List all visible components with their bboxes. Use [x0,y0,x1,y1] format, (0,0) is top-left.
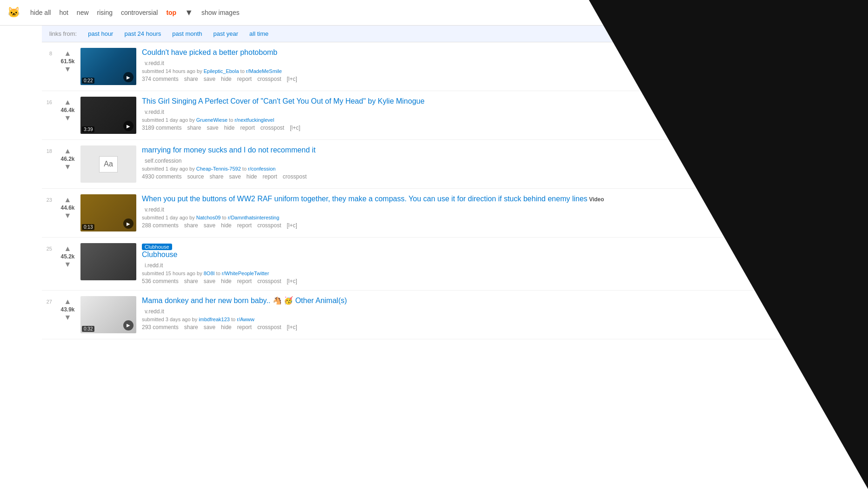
post-author[interactable]: 8O8I [204,271,215,276]
post-author[interactable]: GrueneWiese [196,117,227,123]
crosspost-button[interactable]: crosspost [257,324,281,330]
post-title[interactable]: Mama donkey and her new born baby.. 🐴 🥳 … [142,296,826,306]
upvote-button[interactable]: ▲ [64,245,72,252]
hide-button[interactable]: hide [221,76,232,82]
filter-past-hour[interactable]: past hour [88,30,113,37]
post-subreddit[interactable]: r/MadeMeSmile [246,68,282,74]
post-subreddit[interactable]: r/confession [248,166,275,172]
comments-link[interactable]: 3189 comments [142,125,181,131]
hide-button[interactable]: hide [221,278,232,284]
share-button[interactable]: share [184,278,198,284]
play-button[interactable]: ▶ [123,121,134,131]
nav-top[interactable]: top [166,9,176,16]
post-thumbnail[interactable]: ▶0:32 [80,296,136,333]
report-button[interactable]: report [237,278,252,284]
post-subreddit[interactable]: r/Damnthatsinteresting [228,215,280,220]
report-button[interactable]: report [237,324,252,330]
crosspost-button[interactable]: crosspost [257,278,281,284]
post-domain[interactable]: v.redd.it [145,206,164,213]
comments-link[interactable]: 4930 comments [142,173,181,180]
upvote-button[interactable]: ▲ [64,147,72,155]
source-button[interactable]: source [187,173,204,180]
save-button[interactable]: save [229,173,240,180]
comments-link[interactable]: 536 comments [142,278,179,284]
post-subreddit[interactable]: r/WhitePeopleTwitter [222,271,269,276]
nav-controversial[interactable]: controversial [121,9,158,16]
downvote-button[interactable]: ▼ [64,163,72,171]
downvote-button[interactable]: ▼ [64,114,72,122]
comments-link[interactable]: 288 comments [142,222,179,229]
save-button[interactable]: save [204,324,215,330]
post-domain[interactable]: self.confession [145,158,181,164]
comments-link[interactable]: 374 comments [142,76,179,82]
report-button[interactable]: report [263,173,277,180]
crosspost-button[interactable]: crosspost [257,222,281,229]
post-thumbnail[interactable] [80,243,136,280]
share-button[interactable]: share [187,125,201,131]
extra-button[interactable]: [l+c] [287,222,297,229]
crosspost-button[interactable]: crosspost [283,173,307,180]
save-button[interactable]: save [204,278,215,284]
post-subreddit[interactable]: r/nextfuckinglevel [234,117,274,123]
filter-past-month[interactable]: past month [172,30,202,37]
share-button[interactable]: share [184,222,198,229]
downvote-button[interactable]: ▼ [64,314,72,321]
share-button[interactable]: share [184,76,198,82]
post-author[interactable]: imbdfreak123 [199,317,230,322]
upvote-button[interactable]: ▲ [64,99,72,106]
post-author[interactable]: Natchos09 [196,215,221,220]
nav-hot[interactable]: hot [59,9,68,16]
report-button[interactable]: report [240,125,254,131]
upvote-button[interactable]: ▲ [64,50,72,57]
post-domain[interactable]: v.redd.it [145,60,164,66]
downvote-button[interactable]: ▼ [64,212,72,219]
hide-button[interactable]: hide [221,324,232,330]
post-author[interactable]: Epileptic_Ebola [204,68,239,74]
post-title[interactable]: This Girl Singing A Perfect Cover of "Ca… [142,97,826,106]
nav-show-images[interactable]: show images [201,9,240,16]
post-title[interactable]: When you put the buttons of WW2 RAF unif… [142,194,826,204]
filter-icon[interactable]: ▼ [185,8,193,18]
extra-button[interactable]: [l+c] [287,324,297,330]
filter-all-time[interactable]: all time [249,30,268,37]
save-button[interactable]: save [204,222,215,229]
crosspost-button[interactable]: crosspost [260,125,284,131]
save-button[interactable]: save [207,125,218,131]
extra-button[interactable]: [l+c] [287,76,297,82]
upvote-button[interactable]: ▲ [64,298,72,305]
hide-button[interactable]: hide [221,222,232,229]
play-button[interactable]: ▶ [123,320,134,330]
post-thumbnail[interactable]: ▶0:22 [80,48,136,85]
report-button[interactable]: report [237,76,252,82]
post-title[interactable]: marrying for money sucks and I do not re… [142,145,826,155]
hide-button[interactable]: hide [247,173,257,180]
nav-rising[interactable]: rising [97,9,113,16]
post-thumbnail[interactable]: ▶0:13 [80,194,136,231]
upvote-button[interactable]: ▲ [64,196,72,204]
comments-link[interactable]: 293 comments [142,324,179,330]
post-thumbnail[interactable]: Aa [80,145,136,183]
downvote-button[interactable]: ▼ [64,261,72,268]
report-button[interactable]: report [237,222,252,229]
post-domain[interactable]: v.redd.it [145,308,164,315]
save-button[interactable]: save [204,76,215,82]
post-subreddit[interactable]: r/Awww [237,317,254,322]
post-title[interactable]: Clubhouse [142,250,826,260]
post-domain[interactable]: v.redd.it [145,109,164,115]
nav-hide-all[interactable]: hide all [30,9,51,16]
post-author[interactable]: Cheap-Tennis-7592 [196,166,241,172]
extra-button[interactable]: [l+c] [287,278,297,284]
post-domain[interactable]: i.redd.it [145,262,163,269]
play-button[interactable]: ▶ [123,72,134,82]
post-title[interactable]: Couldn't have picked a better photobomb [142,48,826,58]
play-button[interactable]: ▶ [123,218,134,229]
extra-button[interactable]: [l+c] [290,125,300,131]
share-button[interactable]: share [184,324,198,330]
filter-past-24h[interactable]: past 24 hours [124,30,161,37]
nav-new[interactable]: new [77,9,89,16]
filter-past-year[interactable]: past year [214,30,238,37]
share-button[interactable]: share [209,173,223,180]
crosspost-button[interactable]: crosspost [257,76,281,82]
post-thumbnail[interactable]: ▶3:39 [80,97,136,134]
downvote-button[interactable]: ▼ [64,66,72,73]
